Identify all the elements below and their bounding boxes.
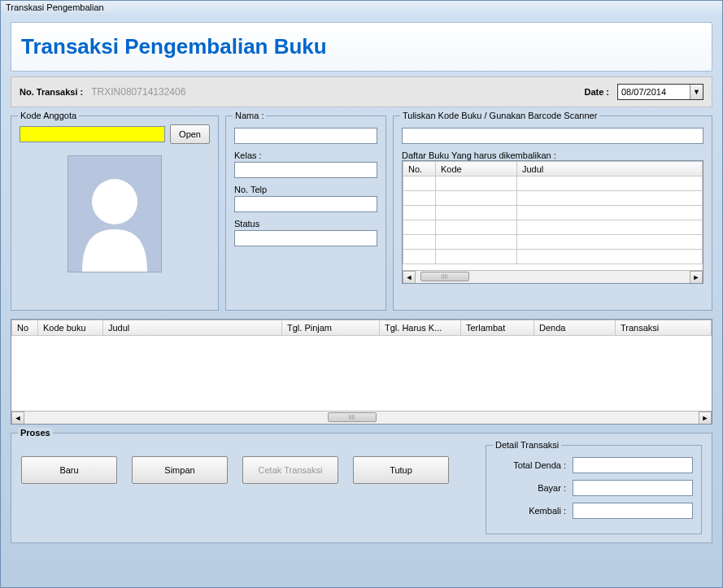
scan-group: Tuliskan Kode Buku / Gunakan Barcode Sca… bbox=[393, 115, 712, 311]
scroll-right-icon[interactable]: ► bbox=[690, 271, 703, 284]
open-button[interactable]: Open bbox=[170, 124, 210, 144]
date-input[interactable] bbox=[618, 85, 690, 98]
kelas-label: Kelas : bbox=[234, 150, 377, 160]
mcol-no[interactable]: No bbox=[12, 320, 38, 336]
table-row[interactable] bbox=[403, 206, 703, 220]
mcol-judul[interactable]: Judul bbox=[103, 320, 282, 336]
main-table[interactable]: No Kode buku Judul Tgl. Pinjam Tgl. Haru… bbox=[11, 319, 712, 425]
window-title: Transkasi Pengembalian bbox=[6, 2, 104, 12]
scroll-thumb[interactable] bbox=[420, 272, 469, 281]
mcol-terlambat[interactable]: Terlambat bbox=[461, 320, 534, 336]
avatar bbox=[68, 155, 162, 272]
detail-group: Detail Transaksi Total Denda : Bayar : K… bbox=[486, 445, 702, 534]
date-label: Date : bbox=[584, 87, 609, 97]
mcol-kode[interactable]: Kode buku bbox=[38, 320, 103, 336]
transaction-bar: No. Transaksi : TRXIN080714132406 Date :… bbox=[11, 76, 712, 107]
table-row[interactable] bbox=[403, 235, 703, 250]
proses-legend: Proses bbox=[18, 428, 53, 438]
main-scrollbar-horizontal[interactable]: ◄ ► bbox=[11, 411, 712, 424]
detail-legend: Detail Transaksi bbox=[493, 440, 561, 450]
table-row[interactable] bbox=[403, 176, 703, 191]
mcol-tgl-pinjam[interactable]: Tgl. Pinjam bbox=[282, 320, 380, 336]
barcode-input[interactable] bbox=[402, 128, 703, 144]
table-row[interactable] bbox=[403, 250, 703, 264]
member-group: Kode Anggota Open bbox=[11, 115, 219, 311]
tutup-button[interactable]: Tutup bbox=[353, 456, 449, 484]
scroll-right-icon[interactable]: ► bbox=[699, 412, 712, 425]
status-input[interactable] bbox=[234, 230, 377, 246]
book-list-label: Daftar Buku Yang harus dikembalikan : bbox=[402, 150, 556, 160]
total-denda-label: Total Denda : bbox=[494, 460, 566, 470]
date-picker[interactable]: ▼ bbox=[617, 84, 703, 100]
nama-label: Nama : bbox=[233, 111, 266, 120]
proses-group: Proses Baru Simpan Cetak Transaksi Tutup… bbox=[11, 433, 712, 543]
page-title: Transaksi Pengembalian Buku bbox=[21, 34, 702, 59]
scroll-left-icon[interactable]: ◄ bbox=[11, 412, 24, 425]
mcol-transaksi[interactable]: Transaksi bbox=[616, 320, 712, 336]
chevron-down-icon[interactable]: ▼ bbox=[690, 85, 703, 99]
kembali-label: Kembali : bbox=[494, 506, 566, 516]
header-panel: Transaksi Pengembalian Buku bbox=[11, 22, 712, 72]
status-label: Status bbox=[234, 219, 377, 229]
scan-legend: Tuliskan Kode Buku / Gunakan Barcode Sca… bbox=[400, 111, 599, 120]
col-judul[interactable]: Judul bbox=[517, 162, 703, 176]
table-row[interactable] bbox=[403, 220, 703, 235]
total-denda-input[interactable] bbox=[573, 457, 693, 473]
member-code-input[interactable] bbox=[20, 126, 165, 142]
person-icon bbox=[68, 155, 162, 272]
scroll-left-icon[interactable]: ◄ bbox=[403, 271, 416, 284]
col-no[interactable]: No. bbox=[403, 162, 436, 176]
cetak-button[interactable]: Cetak Transaksi bbox=[242, 456, 338, 484]
window: Transkasi Pengembalian Transaksi Pengemb… bbox=[0, 0, 723, 588]
telp-input[interactable] bbox=[234, 196, 377, 212]
info-group: Nama : Kelas : No. Telp Status bbox=[225, 115, 386, 311]
bayar-label: Bayar : bbox=[494, 483, 566, 493]
baru-button[interactable]: Baru bbox=[21, 456, 117, 484]
telp-label: No. Telp bbox=[234, 185, 377, 194]
scrollbar-horizontal[interactable]: ◄ ► bbox=[403, 270, 703, 283]
kembali-input[interactable] bbox=[573, 503, 693, 519]
bayar-input[interactable] bbox=[573, 480, 693, 496]
scroll-thumb[interactable] bbox=[328, 412, 377, 422]
table-row[interactable] bbox=[403, 191, 703, 206]
svg-point-0 bbox=[92, 179, 137, 224]
mcol-tgl-harus[interactable]: Tgl. Harus K... bbox=[380, 320, 461, 336]
trx-no-value: TRXIN080714132406 bbox=[91, 86, 185, 98]
nama-input[interactable] bbox=[234, 128, 377, 144]
book-list-table[interactable]: No. Kode Judul ◄ bbox=[402, 160, 703, 284]
mcol-denda[interactable]: Denda bbox=[534, 320, 616, 336]
kelas-input[interactable] bbox=[234, 162, 377, 178]
simpan-button[interactable]: Simpan bbox=[132, 456, 228, 484]
col-kode[interactable]: Kode bbox=[436, 162, 517, 176]
trx-no-label: No. Transaksi : bbox=[20, 87, 83, 97]
member-legend: Kode Anggota bbox=[18, 111, 79, 120]
window-titlebar: Transkasi Pengembalian bbox=[1, 1, 722, 15]
